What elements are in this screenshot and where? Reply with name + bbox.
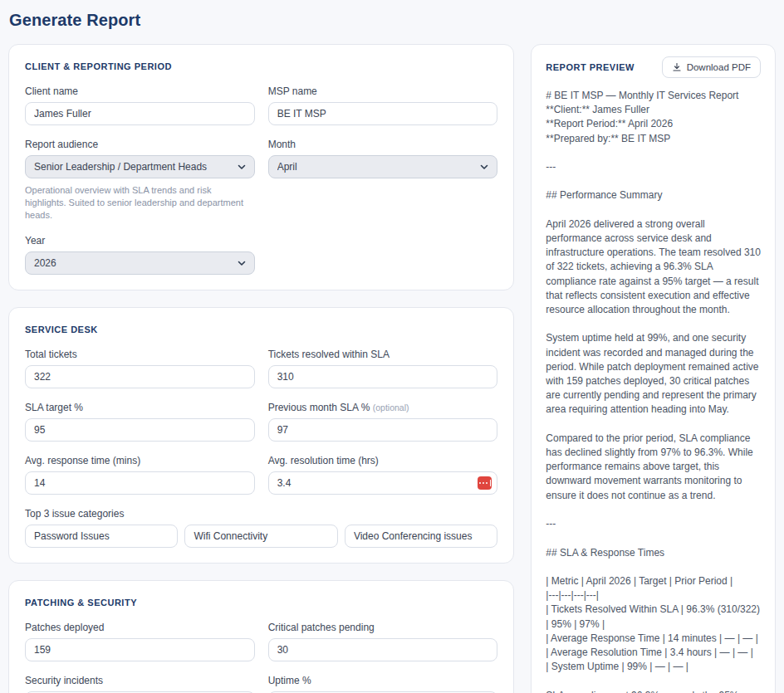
avg-response-input[interactable] [25,471,255,495]
month-label: Month [268,139,498,150]
optional-note: (optional) [373,403,409,412]
service-desk-card: SERVICE DESK Total tickets Tickets resol… [8,307,514,564]
issue-category-1-input[interactable] [25,525,178,548]
tickets-resolved-field: Tickets resolved within SLA [268,349,498,388]
tickets-resolved-label: Tickets resolved within SLA [268,349,498,360]
report-preview-heading: REPORT PREVIEW [546,62,635,72]
sla-target-input[interactable] [25,418,255,442]
tickets-resolved-input[interactable] [268,365,498,388]
client-name-input[interactable] [25,102,255,125]
sla-target-label: SLA target % [25,402,255,413]
report-audience-select[interactable]: Senior Leadership / Department Heads [25,155,255,178]
total-tickets-field: Total tickets [25,349,255,388]
patching-section-heading: PATCHING & SECURITY [25,598,497,608]
main-layout: CLIENT & REPORTING PERIOD Client name MS… [8,44,776,693]
previous-sla-field: Previous month SLA % (optional) [268,402,498,442]
grammar-checker-icon[interactable] [478,476,492,490]
avg-resolution-input[interactable] [268,471,498,495]
report-audience-field: Report audience Senior Leadership / Depa… [25,139,255,222]
report-audience-help: Operational overview with SLA trends and… [25,184,255,222]
client-reporting-card: CLIENT & REPORTING PERIOD Client name MS… [8,44,514,290]
download-pdf-button[interactable]: Download PDF [662,56,761,78]
form-column: CLIENT & REPORTING PERIOD Client name MS… [8,44,514,693]
month-field: Month April [268,139,498,222]
service-desk-heading: SERVICE DESK [25,325,497,334]
year-select[interactable]: 2026 [25,251,255,275]
preview-column: REPORT PREVIEW Download PDF # BE IT MSP … [531,44,776,693]
msp-name-label: MSP name [268,85,498,97]
year-field: Year 2026 [25,235,255,275]
critical-pending-input[interactable] [268,638,498,661]
security-incidents-field: Security incidents [25,675,255,693]
year-label: Year [25,235,255,246]
critical-pending-field: Critical patches pending [268,622,498,661]
patches-deployed-input[interactable] [25,638,255,661]
uptime-label: Uptime % [268,675,498,686]
client-name-field: Client name [25,85,255,125]
report-preview-card: REPORT PREVIEW Download PDF # BE IT MSP … [531,44,776,693]
security-incidents-label: Security incidents [25,675,255,686]
page-title: Generate Report [9,11,784,30]
msp-name-field: MSP name [268,85,498,125]
issue-category-2-input[interactable] [184,525,337,548]
download-pdf-label: Download PDF [687,62,751,72]
critical-pending-label: Critical patches pending [268,622,498,633]
patching-security-card: PATCHING & SECURITY Patches deployed Cri… [8,580,514,693]
client-section-heading: CLIENT & REPORTING PERIOD [25,61,497,71]
previous-sla-label: Previous month SLA % [268,402,370,413]
avg-resolution-field: Avg. resolution time (hrs) [268,455,498,495]
avg-resolution-label: Avg. resolution time (hrs) [268,455,498,466]
report-audience-label: Report audience [25,139,255,150]
avg-response-label: Avg. response time (mins) [25,455,255,466]
msp-name-input[interactable] [268,102,498,125]
patches-deployed-label: Patches deployed [25,622,255,633]
download-icon [672,62,682,72]
total-tickets-input[interactable] [25,365,255,388]
total-tickets-label: Total tickets [25,349,255,360]
avg-response-field: Avg. response time (mins) [25,455,255,495]
sla-target-field: SLA target % [25,402,255,442]
report-preview-content: # BE IT MSP — Monthly IT Services Report… [546,89,761,693]
uptime-field: Uptime % [268,675,498,693]
issue-category-3-input[interactable] [345,525,497,548]
issue-categories-label: Top 3 issue categories [25,508,497,520]
previous-sla-input[interactable] [268,418,498,442]
issue-categories-field: Top 3 issue categories [25,508,497,548]
client-name-label: Client name [25,85,255,97]
patches-deployed-field: Patches deployed [25,622,255,661]
month-select[interactable]: April [268,155,498,178]
